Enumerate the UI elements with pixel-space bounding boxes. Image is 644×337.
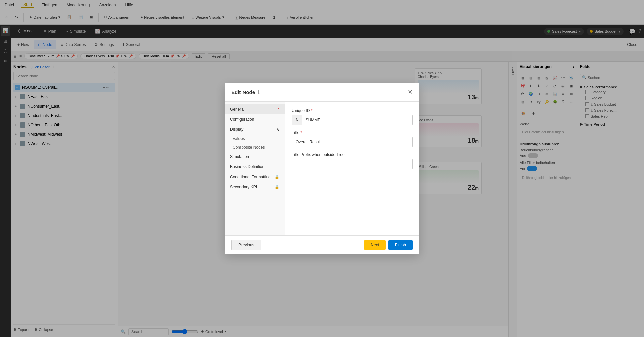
title-prefix-input[interactable] (292, 159, 413, 169)
modal-nav-conditional-label: Conditional Formatting (230, 175, 271, 179)
modal-nav-values[interactable]: Values (225, 134, 285, 143)
modal-content-area: Unique ID * N Title * (285, 102, 419, 235)
modal-nav-business-label: Business Definition (230, 164, 264, 169)
modal-nav-secondary-kpi[interactable]: Secondary KPI 🔒 (225, 182, 285, 192)
modal-nav-sidebar: General * Configuration Display ∧ Values… (225, 102, 285, 235)
lock-icon-secondary: 🔒 (275, 185, 279, 189)
title-required: * (301, 130, 302, 135)
modal-footer: Previous Next Finish (225, 235, 419, 254)
modal-body: General * Configuration Display ∧ Values… (225, 102, 419, 235)
modal-footer-right: Next Finish (364, 240, 413, 250)
modal-nav-display[interactable]: Display ∧ (225, 124, 285, 134)
modal-title: Edit Node ℹ (231, 89, 259, 95)
modal-info-icon: ℹ (258, 90, 259, 95)
unique-id-form-group: Unique ID * N (292, 108, 413, 125)
previous-button[interactable]: Previous (231, 240, 261, 250)
modal-nav-display-label: Display (230, 127, 243, 132)
unique-id-input-wrapper: N (292, 115, 413, 125)
modal-nav-conditional[interactable]: Conditional Formatting 🔒 (225, 172, 285, 182)
modal-nav-business[interactable]: Business Definition (225, 162, 285, 172)
title-label: Title * (292, 130, 413, 135)
modal-header: Edit Node ℹ ✕ (225, 83, 419, 102)
modal-nav-general-label: General (230, 107, 245, 112)
unique-id-required: * (311, 108, 313, 113)
modal-nav-composite[interactable]: Composite Nodes (225, 143, 285, 152)
unique-id-label: Unique ID * (292, 108, 413, 113)
title-prefix-label: Title Prefix when outside Tree (292, 152, 413, 157)
modal-nav-general[interactable]: General * (225, 104, 285, 114)
lock-icon-conditional: 🔒 (275, 175, 279, 179)
finish-button[interactable]: Finish (388, 240, 413, 250)
title-prefix-form-group: Title Prefix when outside Tree (292, 152, 413, 169)
display-chevron-up: ∧ (276, 127, 279, 132)
modal-nav-simulation[interactable]: Simulation (225, 152, 285, 162)
modal-nav-configuration[interactable]: Configuration (225, 114, 285, 124)
unique-id-input[interactable] (302, 115, 412, 125)
modal-nav-secondary-kpi-label: Secondary KPI (230, 185, 257, 189)
unique-id-prefix: N (292, 115, 302, 125)
modal-close-button[interactable]: ✕ (408, 88, 413, 96)
modal-nav-configuration-label: Configuration (230, 117, 254, 122)
required-asterisk: * (278, 108, 279, 111)
modal-title-text: Edit Node (231, 89, 255, 95)
next-button[interactable]: Next (364, 240, 386, 250)
title-form-group: Title * (292, 130, 413, 147)
title-input[interactable] (292, 137, 413, 147)
edit-node-modal: Edit Node ℹ ✕ General * Configuration Di… (225, 83, 419, 254)
modal-nav-simulation-label: Simulation (230, 154, 249, 159)
modal-overlay[interactable]: Edit Node ℹ ✕ General * Configuration Di… (0, 0, 644, 337)
